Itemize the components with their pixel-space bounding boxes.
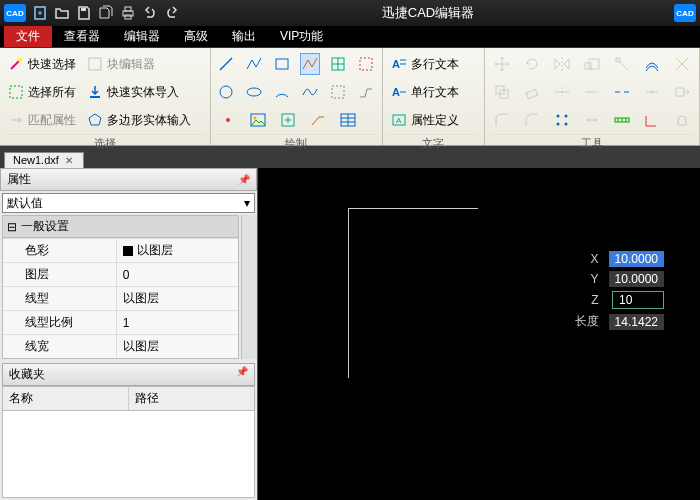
prop-label: 线宽	[3, 335, 116, 358]
saveall-icon[interactable]	[96, 3, 116, 23]
ribbon-group-tools: 工具	[485, 48, 700, 145]
menu-viewer[interactable]: 查看器	[52, 26, 112, 47]
pin-icon[interactable]: 📌	[238, 174, 250, 185]
polygon-entity-input-label: 多边形实体输入	[107, 112, 191, 129]
favorites-col-path[interactable]: 路径	[129, 387, 254, 410]
favorites-list[interactable]	[2, 411, 255, 498]
coord-z-input[interactable]: 10	[612, 291, 664, 309]
circle-icon[interactable]	[217, 81, 237, 103]
print-icon[interactable]	[118, 3, 138, 23]
favorites-header: 收藏夹 📌	[2, 363, 255, 386]
quick-select-button[interactable]: 快速选择	[6, 54, 77, 74]
prop-value: 以图层	[137, 242, 173, 259]
join-icon[interactable]	[641, 81, 663, 103]
coord-x-value[interactable]: 10.0000	[609, 251, 664, 267]
new-icon[interactable]	[30, 3, 50, 23]
fillet-icon[interactable]	[491, 109, 513, 131]
measure-icon[interactable]	[611, 109, 633, 131]
prop-label: 线型	[3, 287, 116, 310]
drawing-shape	[348, 208, 478, 378]
menu-file[interactable]: 文件	[4, 26, 52, 47]
hatch-icon[interactable]	[328, 53, 348, 75]
divide-icon[interactable]	[581, 109, 603, 131]
redo-icon[interactable]	[162, 3, 182, 23]
pin-icon[interactable]: 📌	[236, 366, 248, 383]
erase-icon[interactable]	[521, 81, 543, 103]
insert-icon[interactable]	[277, 109, 299, 131]
scrollbar[interactable]	[241, 215, 257, 359]
scale-icon[interactable]	[581, 53, 603, 75]
extend-icon[interactable]	[581, 81, 603, 103]
favorites-columns: 名称 路径	[2, 386, 255, 411]
section-general-label: 一般设置	[21, 218, 69, 235]
trim-icon[interactable]	[551, 81, 573, 103]
polyline-icon[interactable]	[244, 53, 264, 75]
table-icon[interactable]	[337, 109, 359, 131]
prop-label: 色彩	[3, 239, 116, 262]
quick-entity-import-button[interactable]: 快速实体导入	[85, 82, 180, 102]
polyline-active-icon[interactable]	[300, 53, 320, 75]
ucs-icon[interactable]	[641, 109, 663, 131]
open-icon[interactable]	[52, 3, 72, 23]
svg-rect-20	[332, 86, 344, 98]
trace-icon[interactable]	[356, 81, 376, 103]
copy-icon[interactable]	[491, 81, 513, 103]
boundary-icon[interactable]	[328, 81, 348, 103]
stext-button[interactable]: A单行文本	[389, 82, 460, 102]
prop-value: 以图层	[116, 335, 238, 358]
region-icon[interactable]	[356, 53, 376, 75]
move-icon[interactable]	[491, 53, 513, 75]
svg-rect-17	[360, 58, 372, 70]
svg-rect-10	[90, 96, 100, 98]
spline-icon[interactable]	[300, 81, 320, 103]
prop-row-color[interactable]: 色彩以图层	[3, 238, 238, 262]
break-icon[interactable]	[611, 81, 633, 103]
array-icon[interactable]	[551, 109, 573, 131]
rect-icon[interactable]	[272, 53, 292, 75]
point-icon[interactable]	[217, 109, 239, 131]
offset-icon[interactable]	[641, 53, 663, 75]
drawing-canvas[interactable]: X10.0000 Y10.0000 Z10 长度14.1422	[258, 168, 700, 500]
menu-vip[interactable]: VIP功能	[268, 26, 335, 47]
svg-text:A: A	[392, 58, 400, 70]
chamfer-icon[interactable]	[521, 109, 543, 131]
match-props-button: 匹配属性	[6, 110, 77, 130]
menu-advanced[interactable]: 高级	[172, 26, 220, 47]
leader-icon[interactable]	[307, 109, 329, 131]
coord-y-label: Y	[571, 270, 603, 288]
menu-editor[interactable]: 编辑器	[112, 26, 172, 47]
mirror-icon[interactable]	[551, 53, 573, 75]
prop-row-ltype[interactable]: 线型以图层	[3, 286, 238, 310]
close-icon[interactable]: ✕	[65, 155, 73, 166]
section-general[interactable]: ⊟一般设置	[3, 216, 238, 238]
prop-row-lweight[interactable]: 线宽以图层	[3, 334, 238, 358]
select-all-button[interactable]: 选择所有	[6, 82, 77, 102]
image-icon[interactable]	[247, 109, 269, 131]
prop-row-ltscale[interactable]: 线型比例1	[3, 310, 238, 334]
menu-output[interactable]: 输出	[220, 26, 268, 47]
prop-label: 线型比例	[3, 311, 116, 334]
purge-icon[interactable]	[671, 109, 693, 131]
explode-icon[interactable]	[671, 53, 693, 75]
svg-rect-9	[10, 86, 22, 98]
document-tab[interactable]: New1.dxf ✕	[4, 152, 84, 168]
rotate-icon[interactable]	[521, 53, 543, 75]
select-all-label: 选择所有	[28, 84, 76, 101]
prop-row-layer[interactable]: 图层0	[3, 262, 238, 286]
arc-icon[interactable]	[272, 81, 292, 103]
save-icon[interactable]	[74, 3, 94, 23]
default-dropdown[interactable]: 默认值 ▾	[2, 193, 255, 213]
svg-point-52	[651, 91, 654, 94]
polygon-entity-input-button[interactable]: 多边形实体输入	[85, 110, 192, 130]
stretch-icon[interactable]	[671, 81, 693, 103]
favorites-col-name[interactable]: 名称	[3, 387, 129, 410]
undo-icon[interactable]	[140, 3, 160, 23]
attdef-button[interactable]: A属性定义	[389, 110, 460, 130]
svg-rect-5	[125, 7, 131, 11]
block-editor-label: 块编辑器	[107, 56, 155, 73]
line-icon[interactable]	[217, 53, 237, 75]
mtext-button[interactable]: A多行文本	[389, 54, 460, 74]
align-icon[interactable]	[611, 53, 633, 75]
coord-y-value[interactable]: 10.0000	[609, 271, 664, 287]
ellipse-icon[interactable]	[244, 81, 264, 103]
